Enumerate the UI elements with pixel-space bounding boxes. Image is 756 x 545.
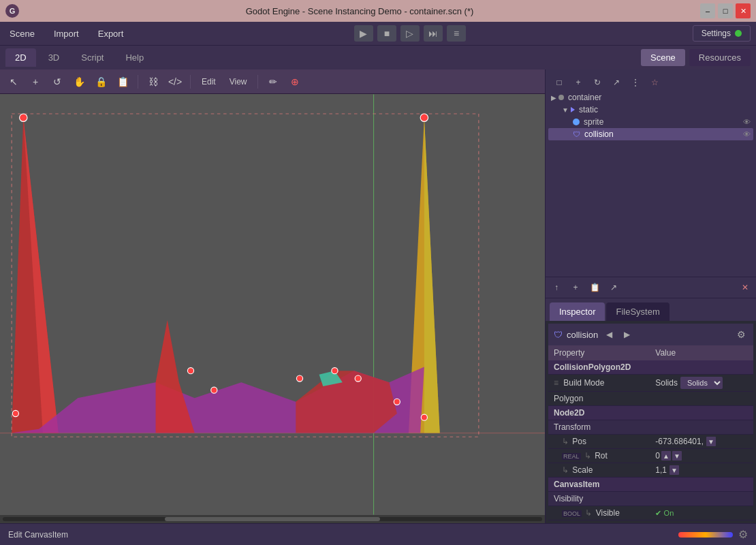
tab-resources[interactable]: Resources: [689, 49, 751, 66]
tab-2d[interactable]: 2D: [5, 48, 36, 67]
inspector-panel: Inspector FileSystem 🛡 collision ◀ ▶ ⚙ P…: [546, 298, 756, 523]
node-icon-dot: [558, 95, 564, 100]
horizontal-scrollbar[interactable]: [0, 515, 545, 523]
playback-controls: ▶ ■ ▷ ⏭ ≡: [138, 25, 681, 42]
svg-point-16: [355, 375, 361, 382]
play-button[interactable]: ▶: [354, 25, 373, 42]
maximize-button[interactable]: □: [718, 3, 733, 18]
tab-scene[interactable]: Scene: [641, 49, 685, 66]
tree-move-up[interactable]: ↑: [548, 280, 565, 295]
edit-menu[interactable]: Edit: [196, 75, 221, 89]
editor-tabs: 2D 3D Script Help: [5, 48, 153, 67]
paint-tool[interactable]: ✏: [264, 73, 283, 91]
tab-inspector[interactable]: Inspector: [550, 302, 605, 321]
close-button[interactable]: ✕: [736, 3, 751, 18]
prop-val-polygon: [650, 392, 753, 406]
main-content: ↖ + ↺ ✋ 🔒 📋 ⛓ </> Edit View ✏ ⊕: [0, 69, 756, 523]
tab-script[interactable]: Script: [72, 48, 113, 67]
subsection-transform-label: Transform: [548, 420, 753, 435]
titlebar: G Godot Engine - Scene Instancing Demo -…: [0, 0, 756, 22]
svg-point-14: [296, 375, 302, 382]
tab-filesystem[interactable]: FileSystem: [606, 302, 669, 321]
settings-label: Settings: [702, 29, 731, 38]
minimize-button[interactable]: –: [700, 3, 715, 18]
rot-spin-up[interactable]: ▲: [661, 451, 671, 461]
group-tool[interactable]: 📋: [113, 73, 132, 91]
prop-val-visible[interactable]: ✔ On: [650, 506, 753, 520]
settings-button[interactable]: Settings: [693, 25, 751, 42]
visible-check: ✔: [655, 509, 661, 517]
pos-dropdown-container: -673.686401, ▼: [655, 437, 748, 446]
menubar: Scene Import Export ▶ ■ ▷ ⏭ ≡ Settings: [0, 22, 756, 45]
performance-indicator: [678, 532, 733, 538]
settings-gear-icon[interactable]: ⚙: [738, 528, 748, 541]
section-canvasitem: CanvasItem: [548, 478, 753, 492]
rot-value: 0: [655, 451, 660, 461]
pan-tool[interactable]: ✋: [69, 73, 89, 91]
view-menu[interactable]: View: [224, 75, 253, 89]
tree-settings[interactable]: ⋮: [627, 75, 644, 90]
tree-duplicate[interactable]: 📋: [586, 280, 603, 295]
cursor-tool[interactable]: ⊕: [285, 73, 304, 91]
tree-new-scene[interactable]: □: [551, 75, 567, 90]
tree-add-node[interactable]: +: [570, 75, 586, 90]
rotate-tool[interactable]: ↺: [48, 73, 67, 91]
inspector-header: 🛡 collision ◀ ▶ ⚙: [548, 324, 753, 345]
section-label-canvasitem: CanvasItem: [548, 478, 753, 492]
build-mode-select[interactable]: Solids: [680, 377, 723, 389]
play-custom-button[interactable]: ⏭: [424, 25, 443, 42]
debug-button[interactable]: ≡: [447, 25, 466, 42]
menu-scene[interactable]: Scene: [5, 26, 39, 42]
visible-value: On: [664, 509, 674, 517]
rot-spinner-container: 0 ▲ ▼: [655, 451, 748, 461]
prop-val-rot[interactable]: 0 ▲ ▼: [650, 449, 753, 463]
inspector-tabs: Inspector FileSystem: [546, 298, 756, 321]
prop-row-visible: BOOL ↳ Visible ✔ On: [548, 506, 753, 520]
tree-reparent[interactable]: ↗: [605, 280, 622, 295]
prop-name-scale: ↳ Scale: [548, 463, 650, 478]
toolbar-separator-2: [190, 75, 191, 89]
prop-name-polygon: Polygon: [548, 392, 650, 406]
menu-import[interactable]: Import: [50, 26, 83, 42]
scrollbar-thumb[interactable]: [165, 517, 381, 521]
scene-tree: □ + ↻ ↗ ⋮ ☆ ▶ container ▼ static: [546, 69, 756, 277]
tree-delete[interactable]: ✕: [737, 280, 753, 295]
visibility-icon-collision[interactable]: 👁: [743, 130, 751, 138]
tree-node-container[interactable]: ▶ container: [548, 91, 753, 104]
prop-val-pos[interactable]: -673.686401, ▼: [650, 435, 753, 449]
tab-help[interactable]: Help: [116, 48, 153, 67]
tree-filter[interactable]: ☆: [646, 75, 663, 90]
prop-row-polygon: Polygon: [548, 392, 753, 406]
inspector-node-icon: 🛡: [554, 330, 563, 340]
menu-export[interactable]: Export: [94, 26, 128, 42]
tree-node-collision[interactable]: 🛡 collision 👁: [548, 128, 753, 140]
lock-tool[interactable]: 🔒: [91, 73, 110, 91]
statusbar: Edit CanvasItem ⚙: [0, 523, 756, 545]
play-scene-button[interactable]: ▷: [400, 25, 420, 42]
tree-export[interactable]: ↗: [608, 75, 625, 90]
tree-instance[interactable]: ↻: [589, 75, 605, 90]
prop-val-scale[interactable]: 1,1 ▼: [650, 463, 753, 478]
inspector-next-button[interactable]: ▶: [620, 328, 633, 341]
tree-node-static[interactable]: ▼ static: [548, 104, 753, 116]
scale-dropdown-btn[interactable]: ▼: [670, 465, 679, 475]
viewport-canvas[interactable]: [0, 94, 545, 515]
inspector-prev-button[interactable]: ◀: [602, 328, 616, 341]
inspector-settings-button[interactable]: ⚙: [734, 328, 748, 341]
code-tool[interactable]: </>: [166, 73, 185, 91]
expand-arrow: ▼: [562, 106, 569, 114]
link-tool[interactable]: ⛓: [144, 73, 163, 91]
subsection-visibility: Visibility: [548, 492, 753, 506]
svg-point-17: [394, 399, 400, 405]
select-tool[interactable]: ↖: [4, 73, 23, 91]
tab-3d[interactable]: 3D: [39, 48, 69, 67]
stop-button[interactable]: ■: [377, 25, 396, 42]
tree-add-child[interactable]: +: [567, 280, 584, 295]
prop-val-build-mode[interactable]: Solids Solids: [650, 375, 753, 392]
tree-node-sprite[interactable]: sprite 👁: [548, 116, 753, 128]
pos-dropdown-btn[interactable]: ▼: [706, 437, 716, 446]
inspector-node-name: collision: [567, 330, 598, 340]
rot-spin-down[interactable]: ▼: [672, 451, 682, 461]
visibility-icon-sprite[interactable]: 👁: [743, 118, 751, 126]
add-tool[interactable]: +: [26, 73, 45, 91]
